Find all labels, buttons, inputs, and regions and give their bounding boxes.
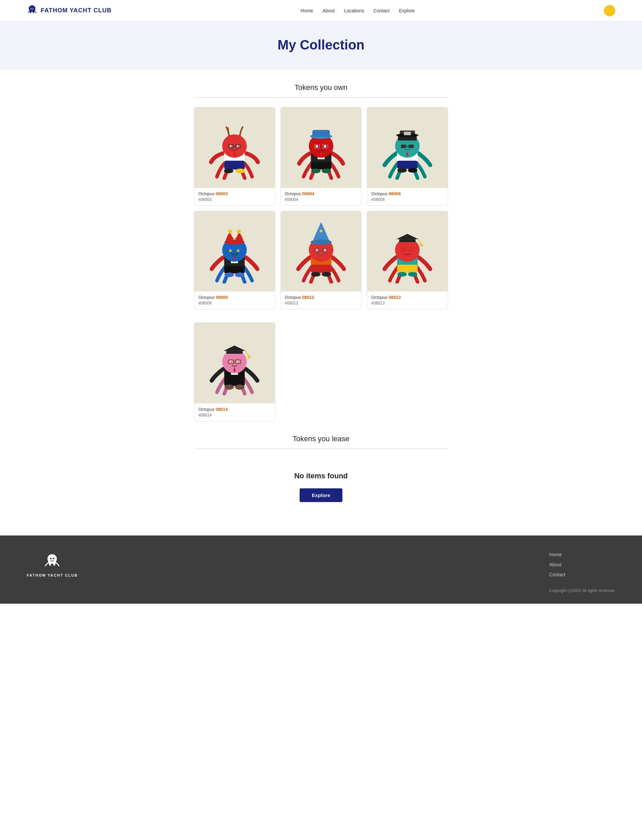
token-name-08013: Octopus 08013 [371, 295, 444, 300]
token-name-08003: Octopus 08003 [198, 191, 271, 196]
token-id-08012: #08012 [285, 301, 357, 306]
navbar: FATHOM YACHT CLUB Home About Locations C… [0, 0, 642, 21]
svg-point-50 [228, 229, 232, 233]
footer-logo-icon [44, 552, 60, 571]
svg-rect-58 [311, 264, 331, 273]
tokens-owned-header: Tokens you own [194, 83, 448, 98]
token-image-08012 [281, 211, 362, 292]
nav-link-about[interactable]: About [323, 8, 335, 13]
token-id-08014: #08014 [198, 413, 271, 418]
nav-links: Home About Locations Contact Explore [301, 8, 415, 14]
footer-right: Home About Contact Copyright (c)2022 All… [550, 552, 615, 593]
footer-link-home[interactable]: Home [550, 552, 562, 557]
token-card-08003[interactable]: Octopus 08003 #08003 [194, 107, 275, 206]
token-name-08004: Octopus 08004 [285, 191, 357, 196]
svg-point-29 [324, 145, 326, 147]
tokens-owned-grid-row3: Octopus 08014 #08014 [194, 322, 448, 421]
svg-marker-77 [396, 234, 419, 239]
svg-point-28 [316, 145, 318, 147]
svg-point-60 [322, 272, 331, 277]
token-card-08013[interactable]: Octopus 08013 #08013 [367, 211, 448, 309]
svg-point-74 [408, 272, 417, 277]
footer-logo: FATHOM YACHT CLUB [27, 552, 78, 577]
explore-btn-wrap: Explore [194, 488, 448, 502]
svg-rect-76 [399, 239, 416, 242]
svg-point-85 [235, 385, 245, 390]
token-card-08014[interactable]: Octopus 08014 #08014 [194, 322, 275, 421]
main-content: Tokens you own [187, 70, 455, 536]
token-id-08009: #08009 [198, 301, 271, 306]
tokens-owned-grid: Octopus 08003 #08003 [194, 107, 448, 309]
svg-point-34 [408, 168, 417, 173]
tokens-leased-header: Tokens you lease [194, 435, 448, 449]
nav-link-locations[interactable]: Locations [344, 8, 364, 13]
token-image-08014 [194, 323, 275, 403]
svg-point-47 [225, 272, 234, 277]
nav-link-contact[interactable]: Contact [373, 8, 389, 13]
token-id-08013: #08013 [371, 301, 444, 306]
token-name-08012: Octopus 08012 [285, 295, 357, 300]
svg-point-48 [235, 272, 245, 277]
token-image-08003 [194, 107, 275, 188]
svg-point-101 [53, 558, 55, 560]
svg-point-12 [231, 146, 232, 147]
svg-marker-88 [223, 346, 246, 351]
footer-link-contact[interactable]: Contact [550, 572, 566, 577]
svg-point-59 [311, 272, 320, 277]
explore-button[interactable]: Explore [300, 488, 342, 502]
token-image-08013 [367, 211, 448, 292]
svg-point-97 [238, 361, 239, 363]
svg-point-100 [50, 558, 52, 560]
svg-rect-40 [401, 145, 406, 149]
svg-point-73 [397, 272, 407, 277]
page-title: My Collection [0, 37, 642, 52]
nav-link-explore[interactable]: Explore [399, 8, 415, 13]
svg-rect-46 [224, 266, 245, 274]
footer-link-about[interactable]: About [550, 562, 562, 567]
svg-rect-72 [397, 264, 418, 273]
svg-text:★: ★ [228, 248, 233, 253]
token-image-08009: ★ ★ [194, 211, 275, 292]
user-avatar[interactable] [604, 5, 615, 16]
token-id-08008: #08008 [371, 197, 444, 202]
token-info-08012: Octopus 08012 #08012 [281, 291, 362, 309]
token-card-08004[interactable]: Octopus 08004 #08004 [280, 107, 362, 206]
logo-icon [27, 4, 37, 17]
svg-point-62 [310, 240, 331, 245]
token-name-08009: Octopus 08009 [198, 295, 271, 300]
nav-logo[interactable]: FATHOM YACHT CLUB [27, 4, 112, 17]
token-card-08012[interactable]: Octopus 08012 #08012 [280, 211, 362, 309]
footer: FATHOM YACHT CLUB Home About Contact Cop… [0, 536, 642, 604]
svg-point-69 [317, 250, 318, 251]
no-items-label: No items found [194, 458, 448, 488]
svg-rect-3 [224, 161, 245, 170]
svg-rect-87 [226, 351, 243, 354]
svg-rect-41 [409, 145, 414, 149]
svg-rect-39 [404, 132, 411, 135]
svg-point-53 [225, 240, 245, 244]
svg-point-51 [237, 229, 241, 233]
svg-text:★: ★ [236, 248, 240, 253]
svg-rect-32 [397, 161, 418, 169]
nav-logo-text: FATHOM YACHT CLUB [41, 7, 112, 14]
token-name-08008: Octopus 08008 [371, 191, 444, 196]
svg-rect-22 [312, 130, 330, 137]
footer-links: Home About Contact [550, 552, 615, 578]
token-card-08008[interactable]: Octopus 08008 #08008 [367, 107, 448, 206]
svg-point-84 [225, 385, 234, 390]
svg-line-78 [419, 239, 422, 244]
token-info-08009: Octopus 08009 #08009 [194, 291, 275, 309]
svg-point-33 [397, 168, 407, 173]
footer-copyright: Copyright (c)2022 All rights reserved. [550, 588, 615, 593]
svg-point-1 [33, 8, 34, 9]
svg-point-13 [238, 146, 239, 147]
token-info-08013: Octopus 08013 #08013 [367, 291, 448, 309]
token-info-08004: Octopus 08004 #08004 [281, 188, 362, 205]
nav-link-home[interactable]: Home [301, 8, 313, 13]
svg-point-4 [224, 168, 233, 173]
token-info-08003: Octopus 08003 #08003 [194, 188, 275, 205]
token-card-08009[interactable]: ★ ★ Octopus 08009 #08009 [194, 211, 275, 309]
svg-point-79 [420, 243, 423, 246]
svg-point-96 [231, 361, 232, 363]
token-image-08004 [281, 107, 362, 188]
